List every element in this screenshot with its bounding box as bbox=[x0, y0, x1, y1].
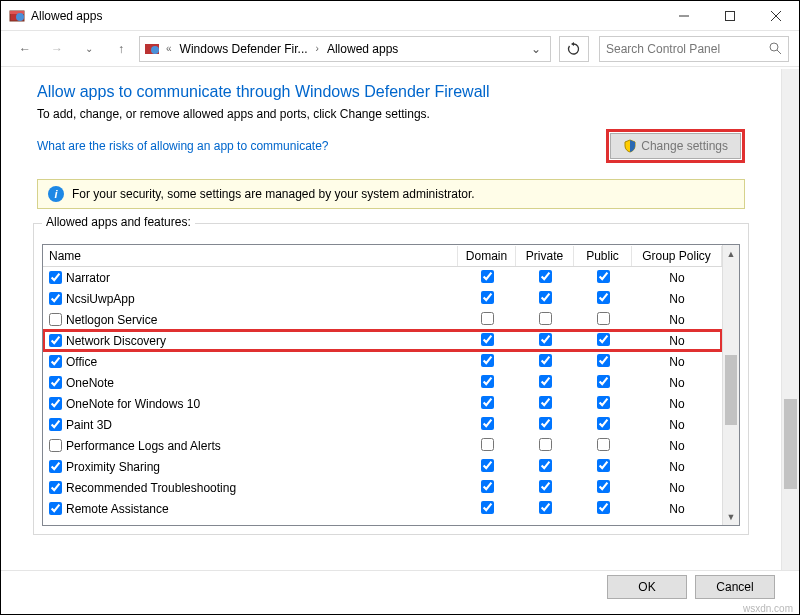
table-row[interactable]: Remote AssistanceNo bbox=[43, 498, 722, 519]
row-enable-checkbox[interactable] bbox=[49, 271, 62, 284]
row-name: Recommended Troubleshooting bbox=[66, 481, 236, 495]
row-private-checkbox[interactable] bbox=[539, 438, 552, 451]
cancel-button[interactable]: Cancel bbox=[695, 575, 775, 599]
row-domain-checkbox[interactable] bbox=[481, 396, 494, 409]
row-enable-checkbox[interactable] bbox=[49, 334, 62, 347]
row-private-checkbox[interactable] bbox=[539, 480, 552, 493]
scroll-up-icon[interactable]: ▲ bbox=[723, 245, 739, 262]
row-public-checkbox[interactable] bbox=[597, 375, 610, 388]
row-domain-checkbox[interactable] bbox=[481, 312, 494, 325]
table-row[interactable]: Recommended TroubleshootingNo bbox=[43, 477, 722, 498]
row-private-checkbox[interactable] bbox=[539, 417, 552, 430]
col-private[interactable]: Private bbox=[516, 246, 574, 266]
table-row[interactable]: Netlogon ServiceNo bbox=[43, 309, 722, 330]
breadcrumb-segment[interactable]: Allowed apps bbox=[325, 42, 400, 56]
table-row[interactable]: Network DiscoveryNo bbox=[43, 330, 722, 351]
row-public-checkbox[interactable] bbox=[597, 501, 610, 514]
close-button[interactable] bbox=[753, 1, 799, 31]
row-domain-checkbox[interactable] bbox=[481, 333, 494, 346]
row-public-checkbox[interactable] bbox=[597, 459, 610, 472]
row-enable-checkbox[interactable] bbox=[49, 439, 62, 452]
col-group-policy[interactable]: Group Policy bbox=[632, 246, 722, 266]
row-private-checkbox[interactable] bbox=[539, 354, 552, 367]
page-scroll-thumb[interactable] bbox=[784, 399, 797, 489]
row-domain-checkbox[interactable] bbox=[481, 501, 494, 514]
row-public-checkbox[interactable] bbox=[597, 417, 610, 430]
row-public-checkbox[interactable] bbox=[597, 333, 610, 346]
row-domain-checkbox[interactable] bbox=[481, 270, 494, 283]
row-private-checkbox[interactable] bbox=[539, 459, 552, 472]
row-enable-checkbox[interactable] bbox=[49, 502, 62, 515]
table-row[interactable]: OneNoteNo bbox=[43, 372, 722, 393]
group-legend: Allowed apps and features: bbox=[42, 215, 195, 229]
table-row[interactable]: OfficeNo bbox=[43, 351, 722, 372]
row-domain-checkbox[interactable] bbox=[481, 291, 494, 304]
maximize-button[interactable] bbox=[707, 1, 753, 31]
table-row[interactable]: Proximity SharingNo bbox=[43, 456, 722, 477]
row-private-checkbox[interactable] bbox=[539, 312, 552, 325]
dialog-footer: OK Cancel bbox=[1, 570, 799, 602]
row-domain-checkbox[interactable] bbox=[481, 375, 494, 388]
row-private-checkbox[interactable] bbox=[539, 396, 552, 409]
row-public-checkbox[interactable] bbox=[597, 354, 610, 367]
table-row[interactable]: OneNote for Windows 10No bbox=[43, 393, 722, 414]
address-dropdown[interactable]: ⌄ bbox=[526, 42, 546, 56]
row-name: Office bbox=[66, 355, 97, 369]
row-enable-checkbox[interactable] bbox=[49, 292, 62, 305]
breadcrumb-segment[interactable]: Windows Defender Fir... bbox=[178, 42, 310, 56]
minimize-button[interactable] bbox=[661, 1, 707, 31]
col-public[interactable]: Public bbox=[574, 246, 632, 266]
row-gp: No bbox=[669, 376, 684, 390]
row-enable-checkbox[interactable] bbox=[49, 355, 62, 368]
row-gp: No bbox=[669, 481, 684, 495]
row-enable-checkbox[interactable] bbox=[49, 418, 62, 431]
row-public-checkbox[interactable] bbox=[597, 291, 610, 304]
table-row[interactable]: NcsiUwpAppNo bbox=[43, 288, 722, 309]
row-public-checkbox[interactable] bbox=[597, 396, 610, 409]
forward-button[interactable]: → bbox=[43, 35, 71, 63]
scroll-thumb[interactable] bbox=[725, 355, 737, 425]
row-domain-checkbox[interactable] bbox=[481, 480, 494, 493]
row-enable-checkbox[interactable] bbox=[49, 460, 62, 473]
refresh-button[interactable] bbox=[559, 36, 589, 62]
row-private-checkbox[interactable] bbox=[539, 375, 552, 388]
page-subtitle: To add, change, or remove allowed apps a… bbox=[37, 107, 745, 121]
address-bar[interactable]: « Windows Defender Fir... › Allowed apps… bbox=[139, 36, 551, 62]
row-name: Narrator bbox=[66, 271, 110, 285]
row-enable-checkbox[interactable] bbox=[49, 481, 62, 494]
row-public-checkbox[interactable] bbox=[597, 312, 610, 325]
row-name: NcsiUwpApp bbox=[66, 292, 135, 306]
table-row[interactable]: Performance Logs and AlertsNo bbox=[43, 435, 722, 456]
row-domain-checkbox[interactable] bbox=[481, 459, 494, 472]
scroll-down-icon[interactable]: ▼ bbox=[723, 508, 739, 525]
risks-link[interactable]: What are the risks of allowing an app to… bbox=[37, 139, 328, 153]
row-private-checkbox[interactable] bbox=[539, 291, 552, 304]
col-domain[interactable]: Domain bbox=[458, 246, 516, 266]
change-settings-button[interactable]: Change settings bbox=[610, 133, 741, 159]
chevron-right-icon: › bbox=[314, 43, 321, 54]
row-private-checkbox[interactable] bbox=[539, 333, 552, 346]
table-row[interactable]: NarratorNo bbox=[43, 267, 722, 288]
row-private-checkbox[interactable] bbox=[539, 501, 552, 514]
up-button[interactable]: ↑ bbox=[107, 35, 135, 63]
search-input[interactable]: Search Control Panel bbox=[599, 36, 789, 62]
row-name: OneNote bbox=[66, 376, 114, 390]
back-button[interactable]: ← bbox=[11, 35, 39, 63]
row-public-checkbox[interactable] bbox=[597, 480, 610, 493]
row-domain-checkbox[interactable] bbox=[481, 354, 494, 367]
row-public-checkbox[interactable] bbox=[597, 270, 610, 283]
row-enable-checkbox[interactable] bbox=[49, 376, 62, 389]
col-name[interactable]: Name bbox=[43, 246, 458, 266]
table-scrollbar[interactable]: ▲ ▼ bbox=[722, 245, 739, 525]
row-domain-checkbox[interactable] bbox=[481, 438, 494, 451]
table-row[interactable]: Paint 3DNo bbox=[43, 414, 722, 435]
ok-button[interactable]: OK bbox=[607, 575, 687, 599]
row-enable-checkbox[interactable] bbox=[49, 313, 62, 326]
row-private-checkbox[interactable] bbox=[539, 270, 552, 283]
firewall-icon bbox=[9, 8, 25, 24]
row-public-checkbox[interactable] bbox=[597, 438, 610, 451]
page-scrollbar[interactable] bbox=[781, 69, 799, 570]
recent-dropdown[interactable]: ⌄ bbox=[75, 35, 103, 63]
row-enable-checkbox[interactable] bbox=[49, 397, 62, 410]
row-domain-checkbox[interactable] bbox=[481, 417, 494, 430]
